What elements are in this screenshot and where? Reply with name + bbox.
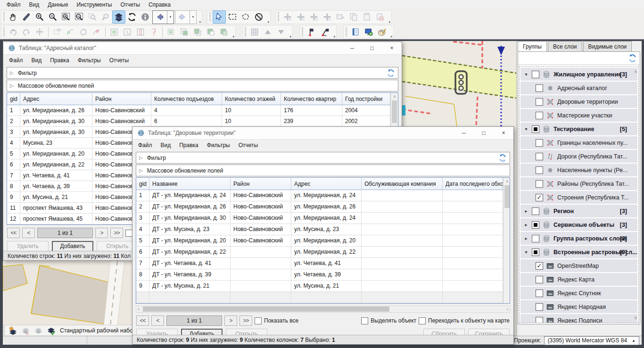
new-workset-button[interactable] <box>7 325 19 336</box>
table-row[interactable]: 1ул. Меридианная, д. 26Ново-Савиновский4… <box>7 105 390 116</box>
visibility-checkbox[interactable] <box>536 180 543 188</box>
tree-layer-Яндекс Спутник[interactable]: Яндекс Спутник <box>520 287 637 299</box>
toolbar-overflow-icon[interactable]: ▾ <box>388 20 390 24</box>
column-header-Дата последнего обхода[interactable]: Дата последнего обхода <box>443 178 503 190</box>
window-titlebar[interactable]: Таблица: "Дворовые территории" ─ □ × <box>132 127 513 140</box>
table-cell[interactable]: 11 <box>7 203 20 214</box>
expand-arrow-icon[interactable]: ▸ <box>523 222 529 227</box>
menu-item-Вид[interactable]: Вид <box>28 56 47 65</box>
table-cell[interactable]: Ново-Савиновский <box>231 224 291 235</box>
zoom-window-in-button[interactable] <box>59 10 73 24</box>
menu-item-Файл[interactable]: Файл <box>134 141 157 149</box>
table-cell[interactable] <box>362 213 443 224</box>
table-cell[interactable]: 6 <box>136 247 149 258</box>
menu-item-Файл[interactable]: Файл <box>5 56 28 65</box>
refresh-layers-icon[interactable] <box>628 54 637 63</box>
table-cell[interactable]: 7 <box>7 170 20 181</box>
filter-panel-header[interactable]: ▷ Фильтр <box>136 152 510 164</box>
go-forward-dropdown[interactable]: ▾ <box>190 11 196 24</box>
toolbar-grip[interactable] <box>245 27 246 37</box>
table-cell[interactable]: ул. Меридианная, д. 24 <box>291 213 362 224</box>
collapse-icon[interactable]: ▲ <box>632 339 636 343</box>
table-cell[interactable]: ДТ - ул. Меридианная, д. 30 <box>149 213 231 224</box>
table-cell[interactable] <box>443 190 503 201</box>
table-cell[interactable]: 2 <box>7 116 20 127</box>
menu-item-Справка[interactable]: Справка <box>145 0 175 9</box>
table-row[interactable]: 2ДТ - ул. Меридианная, д. 26Ново-Савинов… <box>136 201 503 213</box>
zoom-in-button[interactable] <box>33 10 46 24</box>
visibility-checkbox[interactable] <box>532 71 539 78</box>
menu-item-Фильтры[interactable]: Фильтры <box>203 141 235 149</box>
toolbar-overflow-icon[interactable]: ▾ <box>199 20 201 24</box>
table-cell[interactable]: 2004 <box>342 105 390 116</box>
close-button[interactable]: × <box>382 42 402 54</box>
table-cell[interactable]: ул. Меридианная, д. 30 <box>20 127 92 138</box>
table-cell[interactable]: ДТ - ул. Меридианная, д. 24 <box>149 190 231 201</box>
table-cell[interactable]: ул. Меридианная, д. 26 <box>291 201 362 213</box>
tree-layer-Дороги (Республика Тат...[interactable]: Дороги (Республика Тат... <box>520 150 637 163</box>
vertical-scrollbar[interactable]: ∧ <box>503 178 510 303</box>
table-row[interactable]: 1ДТ - ул. Меридианная, д. 24Ново-Савинов… <box>136 190 503 201</box>
visibility-checkbox[interactable] <box>532 235 539 242</box>
goto-object-checkbox[interactable] <box>419 317 426 324</box>
toolbar-overflow-icon[interactable]: ▾ <box>390 35 392 38</box>
map-canvas-bottom[interactable] <box>3 261 132 325</box>
visibility-checkbox[interactable] <box>536 290 543 297</box>
column-header-Адрес[interactable]: Адрес <box>20 93 92 105</box>
table-cell[interactable]: 8 <box>136 269 149 281</box>
table-cell[interactable]: Ново-Савиновский <box>92 105 151 116</box>
menu-item-Правка[interactable]: Правка <box>46 56 74 65</box>
select-object-button[interactable] <box>213 10 226 24</box>
expand-arrow-icon[interactable]: ▸ <box>523 208 529 214</box>
zoom-window-out-button[interactable] <box>73 10 86 24</box>
visibility-checkbox[interactable] <box>536 317 543 323</box>
tree-layer-OpenStreetMap[interactable]: ✓OpenStreetMap <box>520 259 637 272</box>
table-cell[interactable]: 9 <box>7 192 20 203</box>
tree-layer-Дворовые территории[interactable]: Дворовые территории <box>520 95 637 108</box>
table-cell[interactable]: 5 <box>7 149 20 159</box>
table-row[interactable]: 8ДТ - ул. Четаева, д. 39ул. Четаева, д. … <box>136 269 503 281</box>
column-header-Название[interactable]: Название <box>149 178 231 190</box>
table-cell[interactable] <box>362 247 443 258</box>
tree-layer-Яндекс Карта[interactable]: Яндекс Карта <box>520 273 637 286</box>
table-row[interactable]: 6ДТ - ул. Меридианная, д. 22ул. Меридиан… <box>136 247 503 258</box>
table-cell[interactable]: 4 <box>151 105 222 116</box>
table-cell[interactable]: ДТ - ул. Меридианная, д. 22 <box>149 247 231 258</box>
visibility-checkbox[interactable] <box>536 84 543 92</box>
menu-item-Фильтры[interactable]: Фильтры <box>74 56 106 65</box>
table-cell[interactable]: ул. Четаева, д. 41 <box>20 170 92 181</box>
minimize-button[interactable]: ─ <box>342 42 362 54</box>
toolbar-grip[interactable] <box>346 27 347 37</box>
object-info-button[interactable] <box>139 10 152 24</box>
collapse-arrow-icon[interactable]: ▾ <box>523 72 529 77</box>
scroll-right-icon[interactable]: › <box>506 306 508 312</box>
toolbar-grip[interactable] <box>3 326 5 335</box>
display-settings-button[interactable] <box>362 25 375 39</box>
save-workset-button[interactable] <box>45 325 58 336</box>
table-cell[interactable]: ул. Меридианная, д. 20 <box>20 149 92 159</box>
tree-group-Жилищное управление[interactable]: ▾Жилищное управление[3] <box>520 68 637 81</box>
expand-arrow-icon[interactable]: ▷ <box>139 168 143 173</box>
visibility-checkbox[interactable] <box>532 207 539 215</box>
menu-item-Правка[interactable]: Правка <box>175 141 203 149</box>
table-cell[interactable] <box>362 190 443 201</box>
scroll-up-icon[interactable]: ∧ <box>504 179 510 183</box>
table-cell[interactable] <box>443 235 503 247</box>
table-cell[interactable]: ДТ - ул. Мусина, д. 21 <box>149 281 231 292</box>
table-cell[interactable] <box>443 201 503 213</box>
table-cell[interactable]: 6 <box>7 159 20 170</box>
start-point-marker-button[interactable] <box>305 25 318 39</box>
table-cell[interactable]: ул. Меридианная, д. 30 <box>20 116 92 127</box>
table-cell[interactable]: 176 <box>281 105 342 116</box>
zoom-out-button[interactable] <box>46 10 59 24</box>
table-cell[interactable] <box>443 213 503 224</box>
menu-item-Инструменты[interactable]: Инструменты <box>73 0 117 9</box>
table-cell[interactable]: ул. Мусина, д. 23 <box>291 224 362 235</box>
table-cell[interactable] <box>362 201 443 213</box>
table-cell[interactable]: ул. Мусина, д. 21 <box>291 281 362 292</box>
maximize-button[interactable]: □ <box>362 42 382 54</box>
table-cell[interactable]: Ново-Савиновский <box>231 235 291 247</box>
column-header-gid[interactable]: gid <box>7 93 20 105</box>
table-cell[interactable]: Мусина, 23 <box>20 138 92 149</box>
mass-update-panel-header[interactable]: ▷ Массовое обновление полей <box>7 80 398 91</box>
